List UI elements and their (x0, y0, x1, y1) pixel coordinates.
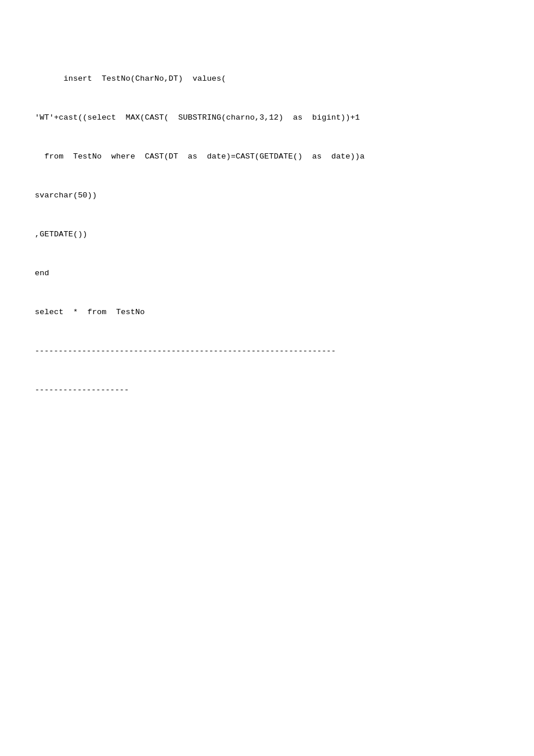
divider-line-2: -------------------- (35, 384, 499, 397)
code-line-7: select * from TestNo (35, 306, 499, 319)
code-line-1: insert TestNo(CharNo,DT) values( (35, 73, 499, 85)
code-line-6: end (35, 267, 499, 280)
code-block: insert TestNo(CharNo,DT) values( 'WT'+ca… (0, 0, 534, 433)
code-line-4: svarchar(50)) (35, 189, 499, 202)
code-line-2: 'WT'+cast((select MAX(CAST( SUBSTRING(ch… (35, 111, 499, 124)
code-line-5: ,GETDATE()) (35, 228, 499, 241)
divider-line-1: ----------------------------------------… (35, 345, 499, 358)
code-line-3: from TestNo where CAST(DT as date)=CAST(… (35, 150, 499, 163)
